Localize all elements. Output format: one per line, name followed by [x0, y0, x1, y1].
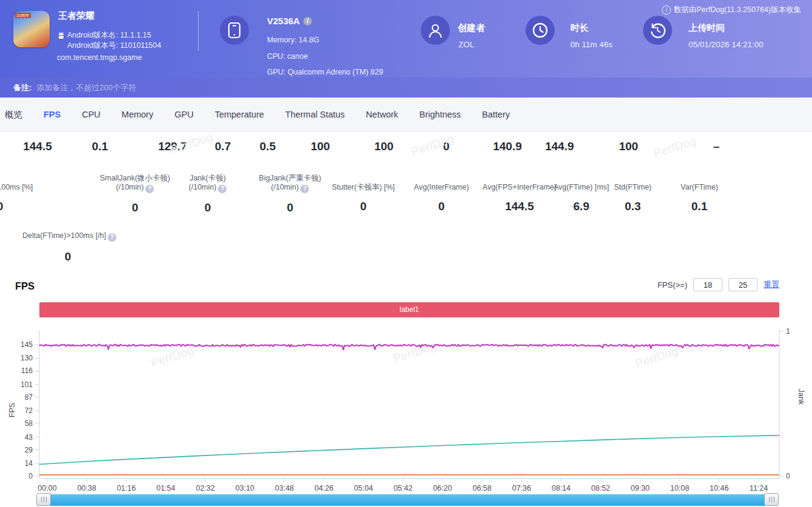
svg-text:0: 0 — [28, 472, 33, 480]
svg-text:87: 87 — [25, 393, 33, 402]
svg-text:101: 101 — [21, 380, 33, 389]
stat-value: 0.1 — [639, 200, 760, 213]
help-icon[interactable]: ? — [108, 233, 116, 242]
creator-value: ZOL — [458, 40, 474, 49]
stat-value: 144.5 — [23, 140, 52, 153]
android-version-name: Android版本名: 11.1.1.15 — [67, 30, 151, 41]
duration-icon-circle — [526, 16, 555, 45]
svg-text:03:10: 03:10 — [236, 484, 254, 492]
tab-gpu[interactable]: GPU — [174, 110, 193, 119]
fps-max-input[interactable] — [728, 278, 758, 291]
svg-text:01:16: 01:16 — [117, 484, 136, 492]
tab-cpu[interactable]: CPU — [82, 110, 101, 119]
tab-network[interactable]: Network — [366, 110, 398, 119]
fps-summary-stats: 144.5 0.1 129.7 0.7 0.5 100 100 0 140.9 … — [0, 132, 812, 277]
svg-text:10:08: 10:08 — [670, 484, 689, 492]
svg-text:01:54: 01:54 — [156, 484, 175, 492]
remark-label: 备注: — [13, 82, 31, 93]
svg-text:10:46: 10:46 — [710, 484, 728, 492]
chart-label-band[interactable]: label1 — [39, 302, 779, 317]
stat-value: 0 — [65, 250, 71, 263]
svg-text:116: 116 — [21, 366, 33, 375]
fps-chart-svg[interactable]: 14513011610187725843291401000:0000:3801:… — [0, 325, 812, 507]
tab-battery[interactable]: Battery — [482, 110, 510, 119]
remark-bar[interactable]: 备注: 添加备注，不超过200个字符 — [0, 78, 812, 98]
svg-text:11:24: 11:24 — [750, 484, 768, 492]
stat-value: 0 — [0, 200, 61, 213]
stat-value: – — [713, 140, 720, 153]
stat-value: 100 — [619, 140, 638, 153]
android-version-code: Android版本号: 1101011504 — [67, 41, 161, 51]
help-icon[interactable]: ? — [218, 185, 226, 193]
stat-value: 129.7 — [158, 140, 187, 153]
scrollbar-left-handle[interactable] — [36, 493, 51, 506]
svg-text:1: 1 — [786, 327, 790, 336]
stat-value: 0.1 — [92, 140, 108, 153]
tab-temperature[interactable]: Temperature — [215, 110, 264, 119]
remark-placeholder[interactable]: 添加备注，不超过200个字符 — [36, 82, 136, 93]
svg-text:145: 145 — [21, 340, 33, 349]
scrollbar-right-handle[interactable] — [764, 493, 779, 506]
device-gpu: GPU: Qualcomm Adreno (TM) 829 — [267, 68, 383, 76]
creator-icon-circle — [421, 16, 450, 45]
svg-text:130: 130 — [21, 354, 33, 362]
svg-text:0: 0 — [786, 472, 790, 480]
anniversary-badge: 10周年 — [15, 13, 31, 18]
header-divider — [198, 11, 199, 51]
perfdog-report-page: 10周年 王者荣耀 Android版本名: 11.1.1.15 Android版… — [0, 0, 812, 507]
game-app-icon: 10周年 — [13, 11, 50, 47]
grip-icon — [769, 497, 774, 502]
stat-value: 144.9 — [545, 140, 574, 153]
android-icon — [58, 31, 65, 39]
svg-text:FPS: FPS — [8, 403, 16, 417]
stat-value: 140.9 — [493, 140, 522, 153]
device-info-icon[interactable]: i — [303, 17, 312, 25]
svg-text:00:00: 00:00 — [38, 484, 56, 492]
creator-label: 创建者 — [458, 22, 485, 34]
grip-icon — [41, 497, 47, 502]
stat-value: 0.5 — [260, 140, 276, 153]
device-icon-circle — [220, 16, 249, 45]
svg-text:00:38: 00:38 — [78, 484, 96, 492]
svg-text:72: 72 — [25, 406, 33, 415]
fps-filter: FPS(>=) 重置 — [658, 278, 779, 291]
stat-var-ftime: Var(FTime) 0.1 — [639, 174, 760, 213]
reset-button[interactable]: 重置 — [764, 279, 779, 290]
fps-filter-label: FPS(>=) — [658, 280, 687, 290]
tab-overview[interactable]: 概览 — [5, 109, 22, 121]
fps-min-input[interactable] — [693, 278, 722, 291]
svg-text:58: 58 — [25, 419, 33, 428]
svg-text:05:04: 05:04 — [354, 484, 373, 492]
svg-text:06:58: 06:58 — [472, 484, 491, 492]
phone-icon — [228, 22, 241, 39]
stat-value: 0 — [443, 140, 450, 153]
history-clock-icon — [649, 22, 666, 39]
stat-value: 100 — [374, 140, 394, 153]
chart-range-scrollbar[interactable] — [38, 494, 778, 506]
svg-text:04:26: 04:26 — [314, 484, 333, 492]
upload-time-label: 上传时间 — [688, 22, 725, 34]
device-cpu: CPU: canoe — [267, 52, 308, 61]
stat-value: 100 — [311, 140, 330, 153]
tab-memory[interactable]: Memory — [122, 110, 153, 119]
tab-brightness[interactable]: Brightness — [420, 110, 461, 119]
app-name: 王者荣耀 — [58, 10, 94, 22]
stat-ftime-100ms: FTime>=100ms [%] 0 — [0, 174, 61, 213]
svg-text:07:36: 07:36 — [512, 484, 531, 492]
svg-text:43: 43 — [25, 433, 33, 442]
duration-value: 0h 11m 46s — [570, 40, 613, 49]
metric-tabs: 概览 FPS CPU Memory GPU Temperature Therma… — [0, 98, 812, 132]
person-icon — [427, 22, 443, 38]
collect-version-info: i 数据由PerfDog(11.3.250764)版本收集 — [662, 5, 801, 15]
upload-time-value: 05/01/2026 14:21:00 — [688, 40, 764, 49]
svg-text:08:14: 08:14 — [552, 484, 570, 492]
duration-label: 时长 — [570, 22, 589, 34]
tab-fps[interactable]: FPS — [44, 110, 61, 119]
svg-text:03:48: 03:48 — [275, 484, 294, 492]
svg-text:02:32: 02:32 — [196, 484, 214, 492]
svg-text:05:42: 05:42 — [394, 484, 412, 492]
svg-text:09:30: 09:30 — [631, 484, 650, 492]
package-name: com.tencent.tmgp.sgame — [57, 53, 142, 62]
tab-thermal-status[interactable]: Thermal Status — [285, 110, 345, 119]
device-memory: Memory: 14.8G — [267, 36, 319, 44]
